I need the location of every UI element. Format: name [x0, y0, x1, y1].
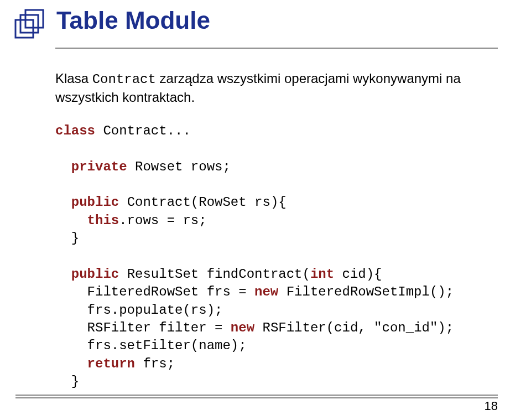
desc-mono: Contract	[92, 72, 156, 87]
class-name: Contract...	[95, 123, 191, 138]
line-filter1: RSFilter filter =	[55, 320, 231, 335]
content-area: Klasa Contract zarządza wszystkimi opera…	[0, 49, 531, 391]
kw-private: private	[71, 159, 127, 174]
page-title: Table Module	[56, 7, 210, 34]
kw-class: class	[55, 123, 95, 138]
line-frs1: FilteredRowSet frs =	[55, 284, 254, 299]
desc-prefix: Klasa	[55, 71, 92, 86]
kw-new2: new	[231, 320, 254, 335]
public1-rest: Contract(RowSet rs){	[119, 195, 286, 210]
logo-icon	[13, 8, 46, 41]
line-frs1-rest: FilteredRowSetImpl();	[278, 284, 454, 299]
public2-rest2: cid){	[334, 267, 382, 282]
footer-lines	[15, 395, 498, 400]
page-number: 18	[485, 399, 498, 413]
header: Table Module	[0, 0, 531, 41]
line-setfilter: frs.setFilter(name);	[55, 338, 247, 353]
kw-return: return	[87, 356, 135, 371]
footer-line-2	[15, 397, 498, 398]
close2: }	[71, 374, 79, 389]
kw-int: int	[310, 267, 334, 282]
indent-return	[55, 356, 87, 371]
slide: Table Module Klasa Contract zarządza wsz…	[0, 0, 531, 420]
public2-rest: ResultSet findContract(	[119, 267, 310, 282]
line-filter1-rest: RSFilter(cid, "con_id");	[254, 320, 454, 335]
line-populate: frs.populate(rs);	[55, 303, 222, 318]
private-rest: Rowset rows;	[127, 159, 231, 174]
description-text: Klasa Contract zarządza wszystkimi opera…	[55, 70, 492, 107]
return-rest: frs;	[135, 356, 175, 371]
kw-this: this	[87, 213, 119, 228]
kw-new1: new	[254, 284, 278, 299]
this-rest: .rows = rs;	[119, 213, 206, 228]
svg-rect-2	[15, 20, 33, 38]
code-block: class Contract... private Rowset rows; p…	[55, 122, 492, 391]
close1: }	[71, 231, 79, 246]
svg-rect-0	[25, 10, 43, 28]
kw-public2: public	[71, 267, 119, 282]
kw-public1: public	[71, 195, 119, 210]
footer-line-1	[15, 395, 498, 396]
svg-rect-1	[20, 15, 38, 33]
